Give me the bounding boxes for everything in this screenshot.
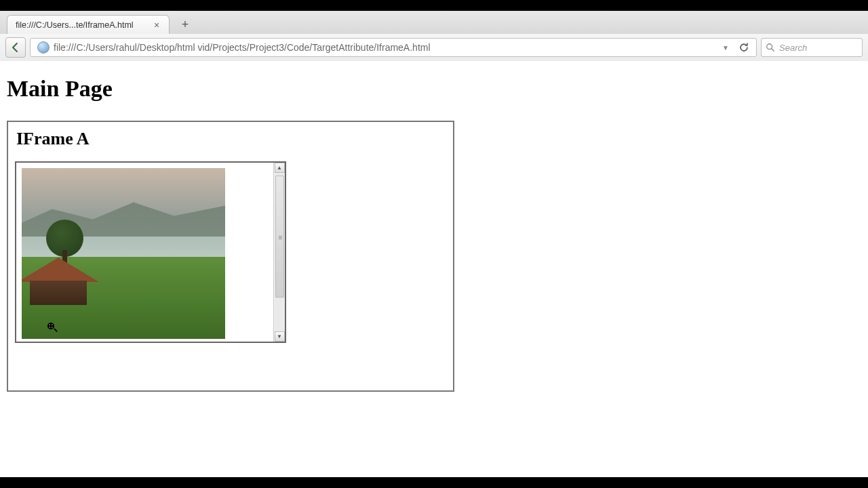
reload-button[interactable] bbox=[736, 39, 752, 56]
page-body: Main Page IFrame A bbox=[0, 61, 868, 400]
scroll-thumb[interactable] bbox=[275, 176, 284, 298]
tab-strip: file:///C:/Users...te/IframeA.html × + bbox=[0, 11, 868, 34]
scroll-up-button[interactable]: ▲ bbox=[275, 163, 285, 173]
browser-chrome: file:///C:/Users...te/IframeA.html × + f… bbox=[0, 11, 868, 62]
url-dropdown-icon[interactable]: ▼ bbox=[719, 44, 732, 52]
nested-iframe-content[interactable] bbox=[16, 163, 273, 342]
back-button[interactable] bbox=[5, 37, 26, 58]
letterbox-top bbox=[0, 0, 868, 11]
nested-iframe-scrollbar[interactable]: ▲ ▼ bbox=[273, 163, 285, 342]
new-tab-button[interactable]: + bbox=[176, 17, 194, 32]
url-text: file:///C:/Users/rahul/Desktop/html vid/… bbox=[54, 42, 715, 53]
close-tab-icon[interactable]: × bbox=[151, 20, 162, 30]
image-house bbox=[22, 258, 99, 305]
search-placeholder: Search bbox=[779, 43, 807, 53]
arrow-left-icon bbox=[10, 42, 21, 53]
tab-title: file:///C:/Users...te/IframeA.html bbox=[16, 20, 134, 30]
scroll-track[interactable] bbox=[275, 173, 285, 331]
page-viewport: Main Page IFrame A bbox=[0, 61, 868, 477]
address-bar[interactable]: file:///C:/Users/rahul/Desktop/html vid/… bbox=[30, 38, 757, 57]
letterbox-bottom bbox=[0, 477, 868, 488]
nested-iframe: ▲ ▼ bbox=[15, 161, 286, 343]
search-bar[interactable]: Search bbox=[761, 38, 863, 57]
page-title: Main Page bbox=[7, 76, 861, 102]
landscape-image[interactable] bbox=[22, 168, 225, 339]
reload-icon bbox=[738, 42, 749, 53]
globe-icon bbox=[37, 41, 50, 54]
iframe-a-container: IFrame A bbox=[7, 121, 454, 392]
browser-toolbar: file:///C:/Users/rahul/Desktop/html vid/… bbox=[0, 34, 868, 61]
iframe-a-title: IFrame A bbox=[16, 129, 446, 149]
search-icon bbox=[766, 43, 775, 52]
scroll-down-button[interactable]: ▼ bbox=[275, 331, 285, 342]
browser-tab-active[interactable]: file:///C:/Users...te/IframeA.html × bbox=[7, 15, 170, 34]
svg-line-1 bbox=[772, 49, 774, 52]
